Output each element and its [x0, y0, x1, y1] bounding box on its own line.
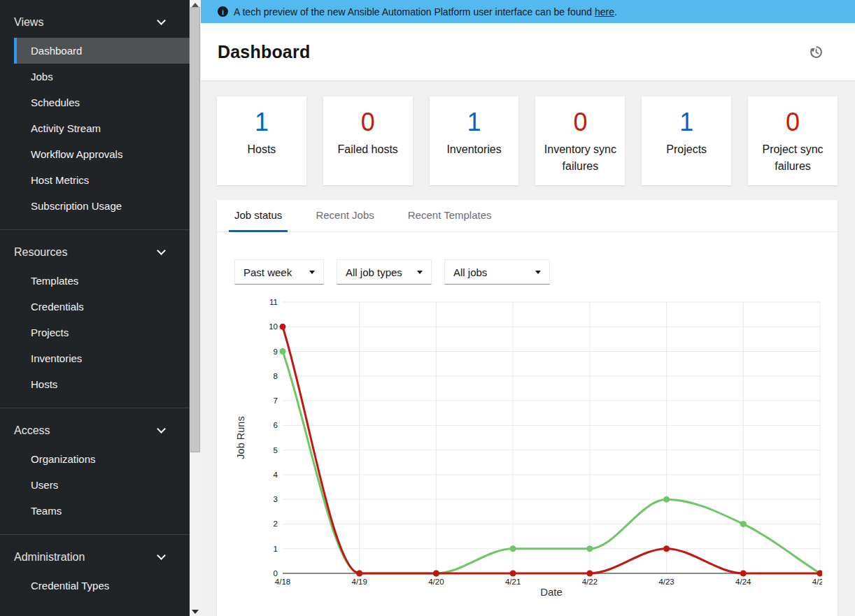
page-header: Dashboard [201, 23, 855, 80]
tab-recent-jobs[interactable]: Recent Jobs [310, 200, 379, 232]
svg-text:7: 7 [274, 396, 278, 405]
sidebar-item-jobs[interactable]: Jobs [14, 64, 190, 89]
sidebar-item-dashboard[interactable]: Dashboard [14, 38, 190, 64]
app-window: Views Dashboard Jobs Schedules Activity … [0, 0, 855, 616]
svg-text:1: 1 [274, 545, 278, 553]
history-icon [810, 45, 823, 59]
svg-text:4: 4 [274, 471, 278, 479]
tab-recent-templates[interactable]: Recent Templates [402, 200, 497, 232]
chart-container: 012345678910114/184/194/204/214/224/234/… [234, 297, 838, 608]
stat-label: Hosts [222, 141, 301, 158]
stat-value-link[interactable]: 1 [217, 108, 306, 137]
stat-label: Inventories [435, 141, 514, 158]
sidebar-item-label: Jobs [31, 71, 53, 83]
svg-text:Job Runs: Job Runs [235, 416, 246, 459]
summary-card-inventory-sync-failures: 0 Inventory sync failures [535, 96, 625, 185]
stat-value-link[interactable]: 0 [323, 108, 413, 137]
period-select-value: Past week [243, 266, 292, 278]
tech-preview-link[interactable]: here [595, 6, 614, 17]
nav-group-label: Access [14, 424, 50, 437]
nav-group-header-resources[interactable]: Resources [0, 237, 190, 268]
stat-label: Project sync failures [754, 141, 832, 175]
sidebar-item-users[interactable]: Users [14, 472, 190, 498]
stat-value-link[interactable]: 1 [642, 108, 731, 137]
svg-text:4/19: 4/19 [352, 578, 367, 586]
sidebar-item-label: Schedules [31, 96, 80, 108]
sidebar-item-templates[interactable]: Templates [14, 268, 190, 294]
page-title: Dashboard [218, 42, 310, 62]
nav-group-label: Resources [14, 246, 67, 259]
tech-preview-banner: i A tech preview of the new Ansible Auto… [201, 0, 855, 23]
sidebar-item-schedules[interactable]: Schedules [14, 89, 190, 115]
nav-group-resources: Resources Templates Credentials Projects… [0, 229, 190, 408]
svg-text:4/25: 4/25 [812, 578, 822, 586]
sidebar-item-subscription-usage[interactable]: Subscription Usage [14, 193, 190, 219]
job-status-chart: 012345678910114/184/194/204/214/224/234/… [234, 297, 822, 605]
sidebar-item-label: Organizations [31, 453, 96, 465]
period-select[interactable]: Past week [234, 259, 324, 285]
sidebar-item-label: Credentials [31, 301, 84, 313]
sidebar-item-label: Teams [31, 505, 62, 517]
svg-text:6: 6 [274, 421, 278, 429]
nav-group-label: Views [14, 16, 43, 29]
stat-value-link[interactable]: 0 [748, 108, 838, 137]
nav-group-header-administration[interactable]: Administration [0, 542, 190, 573]
scrollbar-thumb[interactable] [190, 7, 200, 452]
sidebar-item-label: Activity Stream [31, 122, 101, 134]
sidebar-item-label: Hosts [31, 378, 57, 390]
chevron-down-icon [157, 16, 166, 25]
svg-text:Date: Date [540, 586, 563, 598]
job-type-select[interactable]: All job types [337, 259, 432, 285]
svg-text:9: 9 [274, 348, 278, 356]
svg-text:8: 8 [274, 372, 278, 380]
sidebar-item-label: Workflow Approvals [31, 148, 122, 160]
caret-down-icon [309, 271, 315, 274]
chart-filters: Past week All job types All jobs [234, 259, 838, 285]
nav-group-views: Views Dashboard Jobs Schedules Activity … [0, 0, 190, 229]
summary-card-hosts: 1 Hosts [217, 96, 306, 185]
chevron-down-icon [157, 551, 166, 560]
summary-card-inventories: 1 Inventories [430, 96, 519, 185]
svg-text:0: 0 [274, 569, 278, 578]
chevron-down-icon [157, 246, 166, 255]
nav-group-header-views[interactable]: Views [0, 7, 190, 38]
stat-label: Projects [647, 141, 726, 158]
nav-group-access: Access Organizations Users Teams [0, 408, 190, 534]
sidebar-item-hosts[interactable]: Hosts [14, 371, 190, 397]
svg-text:11: 11 [269, 298, 278, 306]
svg-text:4/24: 4/24 [735, 578, 751, 586]
job-filter-select[interactable]: All jobs [444, 259, 550, 285]
tab-bar: Job status Recent Jobs Recent Templates [217, 200, 838, 232]
sidebar-item-organizations[interactable]: Organizations [14, 446, 190, 472]
nav-group-header-access[interactable]: Access [0, 415, 190, 446]
stat-value-link[interactable]: 0 [535, 108, 625, 137]
scroll-down-arrow-icon[interactable] [192, 610, 199, 614]
summary-cards-row: 1 Hosts 0 Failed hosts 1 Inventories 0 I… [217, 96, 838, 185]
sidebar-item-host-metrics[interactable]: Host Metrics [14, 167, 190, 193]
tab-job-status[interactable]: Job status [229, 200, 288, 232]
job-filter-select-value: All jobs [453, 266, 487, 278]
sidebar-item-workflow-approvals[interactable]: Workflow Approvals [14, 141, 190, 167]
sidebar-item-label: Users [31, 479, 58, 491]
nav-group-administration: Administration Credential Types [0, 534, 190, 609]
job-type-select-value: All job types [346, 266, 402, 278]
sidebar-item-label: Credential Types [31, 580, 109, 592]
sidebar-item-teams[interactable]: Teams [14, 498, 190, 524]
sidebar-nav: Views Dashboard Jobs Schedules Activity … [0, 0, 190, 616]
sidebar-scrollbar[interactable] [190, 0, 201, 616]
nav-group-label: Administration [14, 551, 85, 564]
sidebar-item-credential-types[interactable]: Credential Types [14, 573, 190, 599]
history-button[interactable] [807, 43, 826, 62]
caret-down-icon [535, 271, 541, 274]
summary-card-projects: 1 Projects [642, 96, 731, 185]
sidebar-item-activity-stream[interactable]: Activity Stream [14, 115, 190, 141]
sidebar-item-inventories[interactable]: Inventories [14, 345, 190, 371]
stat-label: Inventory sync failures [541, 141, 619, 175]
sidebar-item-label: Templates [31, 275, 78, 287]
sidebar-item-credentials[interactable]: Credentials [14, 294, 190, 320]
sidebar-item-label: Host Metrics [31, 174, 89, 186]
sidebar-item-label: Projects [31, 327, 69, 338]
sidebar-item-projects[interactable]: Projects [14, 320, 190, 345]
stat-label: Failed hosts [329, 141, 407, 158]
stat-value-link[interactable]: 1 [430, 108, 519, 137]
